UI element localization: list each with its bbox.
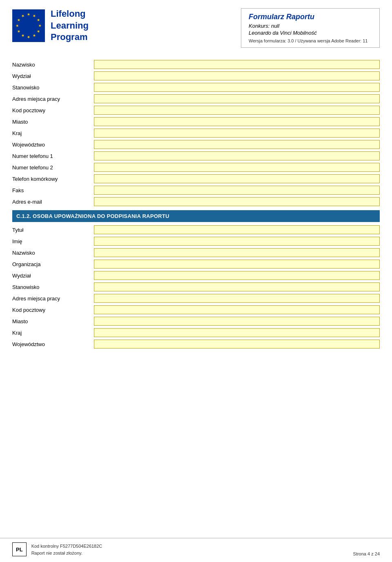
field-label: Kod pocztowy <box>12 307 94 313</box>
form-row: Faks <box>12 186 380 195</box>
field-label: Tytuł <box>12 227 94 233</box>
field-input[interactable] <box>94 340 380 349</box>
page-header: Lifelong Learning Program Formularz Rapo… <box>12 8 380 48</box>
field-input[interactable] <box>94 174 380 183</box>
field-input[interactable] <box>94 60 380 69</box>
form-row: Województwo <box>12 340 380 349</box>
form-row: Stanowisko <box>12 282 380 291</box>
form-row: Województwo <box>12 140 380 149</box>
form-row: Numer telefonu 1 <box>12 151 380 160</box>
form-program: Leonardo da Vinci Mobilność <box>249 30 372 36</box>
field-input[interactable] <box>94 117 380 126</box>
form-row: Kod pocztowy <box>12 305 380 314</box>
section2-fields: TytułImięNazwiskoOrganizacjaWydziałStano… <box>12 225 380 349</box>
form-row: Nazwisko <box>12 60 380 69</box>
form-row: Numer telefonu 2 <box>12 163 380 172</box>
section1-fields: NazwiskoWydziałStanowiskoAdres miejsca p… <box>12 60 380 206</box>
field-input[interactable] <box>94 71 380 80</box>
field-label: Stanowisko <box>12 84 94 91</box>
field-label: Kod pocztowy <box>12 107 94 113</box>
form-row: Organizacja <box>12 260 380 269</box>
form-row: Nazwisko <box>12 248 380 257</box>
field-label: Imię <box>12 238 94 244</box>
field-input[interactable] <box>94 151 380 160</box>
field-input[interactable] <box>94 106 380 115</box>
form-row: Adres miejsca pracy <box>12 294 380 303</box>
field-input[interactable] <box>94 237 380 246</box>
form-row: Miasto <box>12 317 380 326</box>
form-version: Wersja formularza: 3.0 / Używana wersja … <box>249 38 372 43</box>
field-input[interactable] <box>94 129 380 138</box>
form-row: Adres miejsca pracy <box>12 94 380 103</box>
field-input[interactable] <box>94 163 380 172</box>
field-label: Kraj <box>12 130 94 136</box>
field-label: Miasto <box>12 119 94 125</box>
form-row: Wydział <box>12 71 380 80</box>
field-input[interactable] <box>94 328 380 337</box>
field-input[interactable] <box>94 248 380 257</box>
field-label: Wydział <box>12 273 94 279</box>
submission-status: Raport nie został złożony. <box>31 550 102 557</box>
field-input[interactable] <box>94 294 380 303</box>
form-row: Kod pocztowy <box>12 106 380 115</box>
field-input[interactable] <box>94 140 380 149</box>
eu-flag-icon <box>12 9 45 42</box>
field-label: Adres e-mail <box>12 199 94 205</box>
form-row: Stanowisko <box>12 83 380 92</box>
form-konkurs: Konkurs: null <box>249 23 372 29</box>
field-input[interactable] <box>94 282 380 291</box>
field-label: Faks <box>12 187 94 193</box>
field-label: Adres miejsca pracy <box>12 96 94 102</box>
form-row: Telefon komórkowy <box>12 174 380 183</box>
field-input[interactable] <box>94 83 380 92</box>
field-input[interactable] <box>94 305 380 314</box>
field-label: Nazwisko <box>12 62 94 68</box>
form-row: Kraj <box>12 328 380 337</box>
page-number: Strona 4 z 24 <box>353 551 380 556</box>
field-label: Telefon komórkowy <box>12 176 94 182</box>
field-input[interactable] <box>94 186 380 195</box>
field-label: Wydział <box>12 73 94 79</box>
field-label: Województwo <box>12 142 94 148</box>
field-input[interactable] <box>94 260 380 269</box>
form-row: Adres e-mail <box>12 197 380 206</box>
program-title: Lifelong Learning Program <box>51 8 89 43</box>
form-row: Wydział <box>12 271 380 280</box>
field-label: Województwo <box>12 341 94 347</box>
field-input[interactable] <box>94 197 380 206</box>
field-label: Organizacja <box>12 261 94 267</box>
field-label: Adres miejsca pracy <box>12 295 94 302</box>
form-row: Miasto <box>12 117 380 126</box>
form-row: Kraj <box>12 129 380 138</box>
page-footer: PL Kod kontrolny F5277D504E26182C Raport… <box>0 538 392 562</box>
form-title: Formularz Raportu <box>249 13 372 21</box>
footer-codes: Kod kontrolny F5277D504E26182C Raport ni… <box>31 543 102 556</box>
field-input[interactable] <box>94 271 380 280</box>
section2-header: C.1.2. OSOBA UPOWAŻNIONA DO PODPISANIA R… <box>12 210 380 222</box>
field-label: Kraj <box>12 330 94 336</box>
field-input[interactable] <box>94 225 380 234</box>
field-input[interactable] <box>94 317 380 326</box>
control-code: Kod kontrolny F5277D504E26182C <box>31 543 102 550</box>
field-label: Numer telefonu 1 <box>12 153 94 159</box>
field-input[interactable] <box>94 94 380 103</box>
field-label: Numer telefonu 2 <box>12 164 94 171</box>
language-indicator: PL <box>12 542 27 556</box>
field-label: Miasto <box>12 318 94 324</box>
form-row: Imię <box>12 237 380 246</box>
form-row: Tytuł <box>12 225 380 234</box>
field-label: Stanowisko <box>12 284 94 290</box>
form-info-box: Formularz Raportu Konkurs: null Leonardo… <box>241 8 380 48</box>
logo-area: Lifelong Learning Program <box>12 8 89 43</box>
field-label: Nazwisko <box>12 250 94 256</box>
